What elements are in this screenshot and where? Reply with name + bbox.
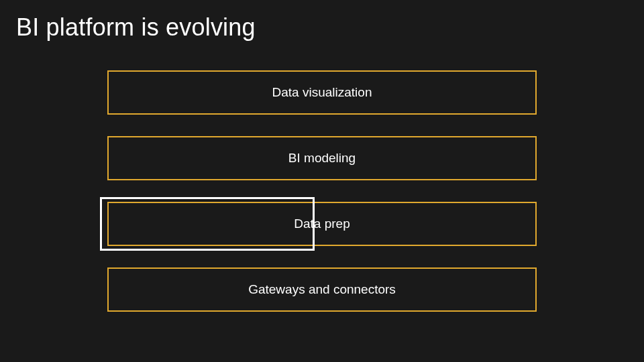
layer-stack: Data visualization BI modeling Data prep…: [107, 70, 537, 312]
layer-data-prep: Data prep: [107, 202, 537, 246]
layer-data-visualization: Data visualization: [107, 70, 537, 115]
layer-label: Data visualization: [272, 85, 372, 100]
layer-bi-modeling: BI modeling: [107, 136, 537, 180]
layer-label: Data prep: [294, 217, 350, 231]
slide-title: BI platform is evolving: [16, 13, 256, 42]
slide: BI platform is evolving Data visualizati…: [0, 0, 644, 362]
layer-gateways-connectors: Gateways and connectors: [107, 267, 537, 312]
layer-label: Gateways and connectors: [248, 282, 396, 297]
highlighted-layer-wrap: Data prep: [107, 202, 537, 246]
layer-label: BI modeling: [288, 151, 356, 166]
